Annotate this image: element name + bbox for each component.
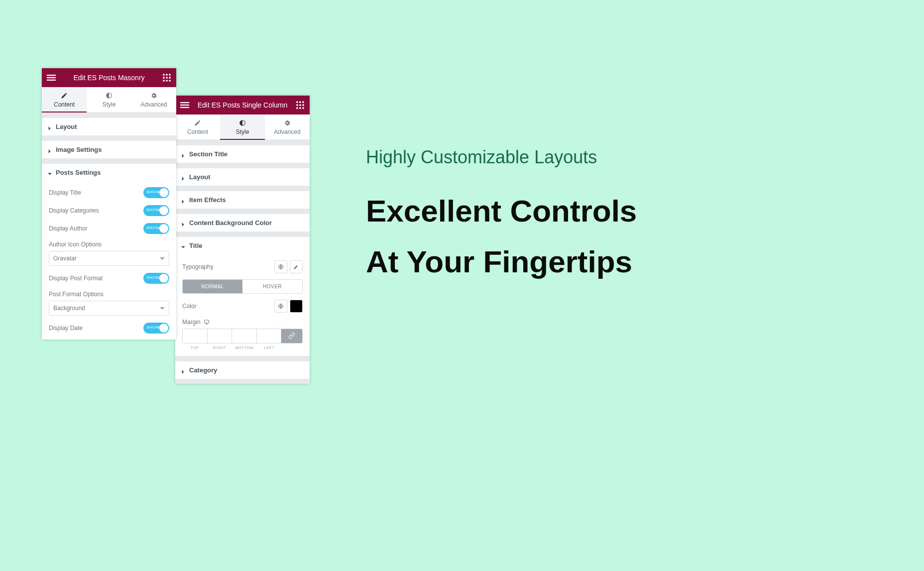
panel-title: Edit ES Posts Masonry (56, 74, 162, 82)
accordion-section-title[interactable]: Section Title (175, 145, 310, 163)
tab-style[interactable]: Style (220, 114, 265, 139)
svg-rect-14 (180, 107, 189, 108)
accordion-item-effects[interactable]: Item Effects (175, 191, 310, 209)
svg-point-21 (296, 107, 298, 109)
svg-rect-2 (47, 80, 56, 81)
separator (175, 356, 310, 361)
display-categories-label: Display Categories (49, 207, 99, 214)
contrast-icon (239, 119, 246, 126)
svg-point-18 (296, 104, 298, 106)
separator (175, 209, 310, 214)
typography-label: Typography (182, 263, 214, 270)
svg-rect-1 (47, 77, 56, 78)
display-date-toggle[interactable]: SHOW (143, 323, 169, 334)
post-format-options-label: Post Format Options (49, 291, 169, 298)
accordion-title: Section Title (189, 150, 228, 158)
display-date-label: Display Date (49, 325, 83, 332)
svg-point-5 (169, 74, 171, 76)
hamburger-icon[interactable] (47, 73, 56, 82)
color-swatch[interactable] (290, 300, 303, 313)
contrast-icon (106, 92, 113, 99)
hamburger-icon[interactable] (180, 101, 189, 110)
color-label: Color (182, 303, 197, 310)
svg-point-9 (163, 80, 165, 82)
tab-label: Content (187, 128, 208, 135)
separator (175, 140, 310, 145)
accordion-title: Item Effects (189, 196, 226, 204)
globe-button[interactable] (274, 300, 287, 313)
margin-bottom-input[interactable] (232, 329, 257, 343)
svg-point-19 (299, 104, 301, 106)
tab-label: Advanced (140, 101, 167, 108)
globe-button[interactable] (274, 260, 287, 273)
elementor-panel-masonry: Edit ES Posts Masonry Content Style Adva… (42, 68, 176, 340)
segment-hover[interactable]: HOVER (242, 280, 302, 293)
posts-settings-body: Display Title SHOW Display Categories SH… (42, 181, 176, 340)
pencil-icon (61, 92, 68, 99)
accordion-posts-settings[interactable]: Posts Settings (42, 163, 176, 181)
tab-advanced[interactable]: Advanced (265, 114, 310, 139)
caret-right-icon (181, 368, 185, 372)
tab-content[interactable]: Content (175, 114, 220, 139)
margin-right-label: RIGHT (207, 345, 232, 350)
caret-right-icon (48, 125, 52, 129)
caret-down-icon (48, 171, 52, 175)
display-author-label: Display Author (49, 225, 87, 232)
edit-button[interactable] (290, 260, 303, 273)
globe-icon (278, 303, 284, 309)
panel-header: Edit ES Posts Masonry (42, 68, 176, 87)
margin-bottom-label: BOTTOM (232, 345, 257, 350)
accordion-title-section[interactable]: Title (175, 236, 310, 254)
margin-right-input[interactable] (208, 329, 232, 343)
author-icon-options-label: Author Icon Options (49, 241, 169, 248)
panel-title: Edit ES Posts Single Column (189, 101, 296, 109)
separator (42, 113, 176, 117)
tab-style[interactable]: Style (87, 87, 131, 112)
grid-icon[interactable] (296, 101, 305, 110)
display-author-toggle[interactable]: SHOW (143, 223, 169, 234)
accordion-category[interactable]: Category (175, 361, 310, 379)
post-format-select[interactable]: Background (49, 301, 169, 316)
svg-point-3 (163, 74, 165, 76)
margin-left-label: LEFT (257, 345, 282, 350)
link-values-button[interactable] (281, 329, 302, 343)
hero-text: Highly Customizable Layouts Excellent Co… (366, 147, 637, 288)
display-post-format-toggle[interactable]: SHOW (143, 273, 169, 284)
accordion-image-settings[interactable]: Image Settings (42, 140, 176, 158)
accordion-title: Layout (56, 123, 77, 130)
svg-point-8 (169, 77, 171, 79)
accordion-layout[interactable]: Layout (42, 117, 176, 135)
toggle-label: SHOW (146, 275, 160, 280)
author-icon-select[interactable]: Gravatar (49, 251, 169, 266)
svg-point-15 (296, 101, 298, 103)
link-icon (288, 332, 295, 341)
svg-point-22 (299, 107, 301, 109)
tab-advanced[interactable]: Advanced (131, 87, 176, 112)
svg-point-4 (166, 74, 168, 76)
margin-top-input[interactable] (183, 329, 208, 343)
tab-content[interactable]: Content (42, 87, 87, 112)
grid-icon[interactable] (162, 73, 171, 82)
desktop-icon[interactable] (204, 319, 210, 325)
segment-normal[interactable]: NORMAL (183, 280, 242, 293)
caret-right-icon (181, 198, 185, 202)
accordion-title: Title (189, 242, 203, 249)
gear-icon (150, 92, 157, 99)
tab-label: Style (103, 101, 116, 108)
hero-line1: Excellent Controls (366, 186, 637, 236)
margin-left-input[interactable] (257, 329, 282, 343)
svg-rect-12 (180, 102, 189, 103)
display-categories-toggle[interactable]: SHOW (143, 205, 169, 216)
accordion-layout[interactable]: Layout (175, 168, 310, 186)
margin-inputs (182, 329, 303, 343)
chevron-down-icon (160, 306, 165, 311)
display-title-toggle[interactable]: SHOW (143, 187, 169, 198)
svg-point-16 (299, 101, 301, 103)
tab-label: Style (236, 128, 249, 135)
svg-point-11 (169, 80, 171, 82)
chevron-down-icon (160, 256, 165, 261)
display-title-label: Display Title (49, 189, 81, 196)
panel-header: Edit ES Posts Single Column (175, 96, 310, 114)
accordion-content-bg-color[interactable]: Content Background Color (175, 214, 310, 231)
select-value: Gravatar (53, 255, 77, 262)
